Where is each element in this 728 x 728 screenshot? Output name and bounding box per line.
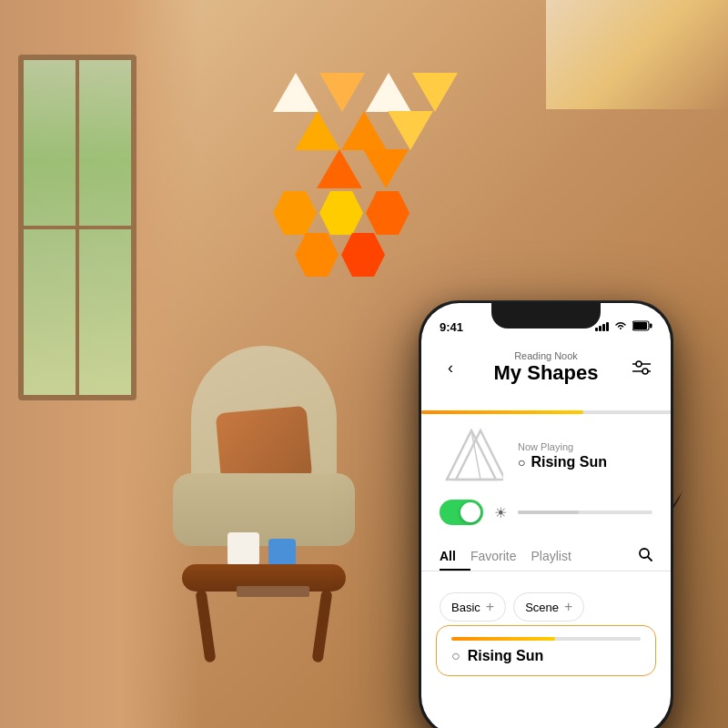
app-header-top: ‹ Reading Nook My Shapes [440, 350, 652, 385]
brightness-fill [518, 511, 579, 514]
panel-tri-6 [341, 111, 387, 150]
battery-icon [632, 320, 652, 333]
now-playing-song[interactable]: ○ Rising Sun [518, 454, 652, 470]
filter-button[interactable] [631, 357, 652, 379]
phone-notch [491, 303, 601, 329]
panel-hex-4 [295, 233, 339, 277]
panel-tri-5 [295, 111, 340, 150]
ceiling-light [546, 0, 728, 109]
sun-icon: ○ [518, 455, 525, 470]
svg-line-14 [648, 557, 652, 561]
phone-screen: 9:41 [421, 303, 671, 728]
svg-rect-2 [650, 324, 652, 329]
chip-scene-plus: + [564, 599, 572, 615]
chips-section: Basic + Scene + [421, 583, 671, 631]
signal-bars-icon [595, 322, 609, 331]
status-icons [595, 313, 652, 333]
panel-tri-4 [412, 73, 458, 112]
search-button[interactable] [638, 547, 652, 565]
now-playing-section: Now Playing ○ Rising Sun [421, 414, 671, 498]
toggle-knob [460, 502, 480, 522]
panel-hex-5 [341, 233, 385, 277]
item-title: Rising Sun [468, 648, 544, 664]
table-leg-left [195, 590, 216, 663]
list-section: ○ Rising Sun [421, 625, 671, 676]
list-item[interactable]: ○ Rising Sun [436, 625, 656, 676]
controls-section: ☀ [421, 500, 671, 525]
book-stack [237, 586, 309, 597]
header-location: Reading Nook [461, 350, 631, 361]
panel-tri-3 [366, 73, 411, 112]
panel-tri-8 [317, 149, 362, 188]
wifi-icon [614, 321, 627, 332]
chip-scene[interactable]: Scene + [513, 592, 584, 622]
coffee-mug [228, 532, 259, 569]
now-playing-label: Now Playing [518, 441, 652, 452]
item-progress-bar [451, 637, 641, 641]
panel-hex-1 [273, 191, 317, 235]
panel-tri-7 [388, 111, 433, 150]
svg-point-6 [642, 369, 648, 374]
brightness-slider[interactable] [518, 511, 652, 514]
item-progress-fill [451, 637, 555, 641]
nanoleaf-controller [268, 539, 296, 566]
power-toggle[interactable] [440, 500, 483, 525]
svg-point-3 [636, 361, 642, 367]
status-time: 9:41 [440, 313, 463, 334]
chip-scene-label: Scene [525, 601, 559, 614]
tab-favorite[interactable]: Favorite [470, 541, 531, 571]
tabs-section: All Favorite Playlist [421, 541, 671, 571]
chip-basic-plus: + [486, 599, 494, 615]
panel-tri-2 [319, 73, 365, 112]
panel-tri-1 [273, 73, 318, 112]
chip-basic-label: Basic [451, 601, 480, 614]
phone-body: 9:41 [419, 300, 673, 728]
back-button[interactable]: ‹ [440, 357, 461, 379]
header-center: Reading Nook My Shapes [461, 350, 631, 385]
item-title-row: ○ Rising Sun [451, 648, 641, 664]
svg-rect-1 [633, 322, 647, 329]
tab-all[interactable]: All [440, 541, 470, 571]
tab-playlist[interactable]: Playlist [531, 541, 585, 571]
header-title: My Shapes [461, 361, 631, 385]
chair-seat [173, 473, 355, 546]
item-sun-icon: ○ [451, 648, 460, 664]
app-header: ‹ Reading Nook My Shapes [421, 343, 671, 396]
panel-hex-2 [319, 191, 363, 235]
now-playing-info: Now Playing ○ Rising Sun [518, 441, 652, 470]
table-leg-right [311, 590, 332, 663]
phone: 9:41 [419, 300, 673, 728]
panel-hex-3 [366, 191, 410, 235]
chip-basic[interactable]: Basic + [440, 592, 506, 622]
panel-tri-9 [363, 149, 409, 188]
window-frame-horizontal [24, 226, 131, 229]
brightness-icon: ☀ [494, 504, 507, 521]
tabs-row: All Favorite Playlist [440, 541, 652, 571]
side-table [182, 564, 346, 673]
nanoleaf-wall-panels [255, 73, 437, 328]
svg-marker-9 [447, 430, 496, 480]
window [18, 55, 136, 400]
shapes-preview-icon [440, 429, 503, 483]
song-title: Rising Sun [531, 454, 607, 470]
